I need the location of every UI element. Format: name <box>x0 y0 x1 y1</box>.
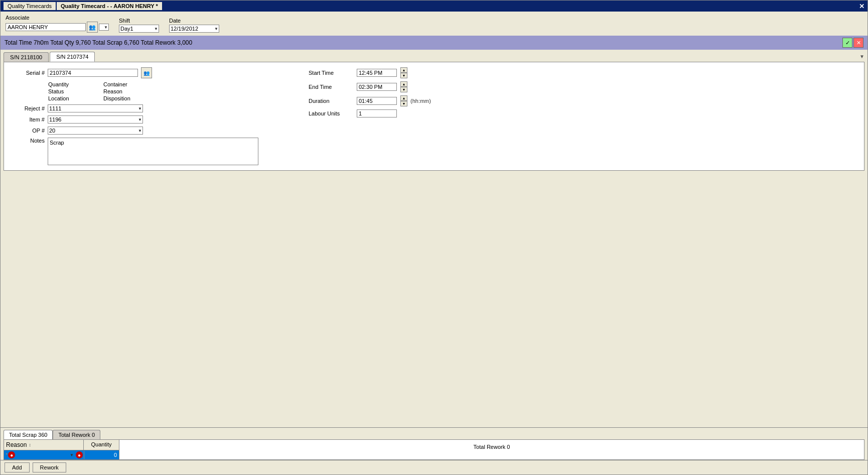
start-time-spinner: ▲ ▼ <box>400 67 407 78</box>
start-time-row: Start Time ▲ ▼ <box>309 67 431 78</box>
associate-row: 👥 <box>6 22 109 33</box>
form-right: Start Time ▲ ▼ End Time ▲ <box>309 67 431 165</box>
disposition-meta-label: Disposition <box>103 95 159 101</box>
reason-sort-icon[interactable]: ↕ <box>29 442 31 447</box>
start-time-input[interactable] <box>357 69 397 77</box>
tab-total-rework[interactable]: Total Rework 0 <box>53 430 100 439</box>
form-two-col: Serial # 👥 Quantity Container Status Rea… <box>12 67 856 165</box>
end-time-label: End Time <box>309 84 354 90</box>
location-meta-label: Location <box>48 95 103 101</box>
date-label: Date <box>169 18 219 24</box>
start-time-label: Start Time <box>309 70 354 76</box>
item-label: Item # <box>12 116 45 123</box>
main-window: Quality Timecards Quality Timecard - - A… <box>0 0 868 475</box>
notes-label: Notes <box>12 138 45 144</box>
scrap-section: Reason ↕ Quantity * ● <box>4 440 119 459</box>
notes-textarea[interactable]: Scrap <box>48 138 258 165</box>
bottom-tabs: Total Scrap 360 Total Rework 0 <box>1 428 867 439</box>
table-row[interactable]: * ● ● <box>4 450 119 459</box>
hhmm-label: (hh:mm) <box>410 98 431 104</box>
quantity-cell <box>84 451 119 459</box>
start-time-down[interactable]: ▼ <box>400 73 407 78</box>
tab-total-scrap[interactable]: Total Scrap 360 <box>4 430 53 439</box>
title-bar: Quality Timecards Quality Timecard - - A… <box>1 1 867 12</box>
op-row: OP # 20 <box>12 127 258 135</box>
tab-sn-2107374[interactable]: S/N 2107374 <box>50 52 95 62</box>
associate-search-button[interactable]: 👥 <box>87 22 98 33</box>
middle-spacer <box>1 171 867 427</box>
summary-actions: ✓ ✕ <box>842 38 863 48</box>
cancel-button[interactable]: ✕ <box>853 38 863 48</box>
summary-bar: Total Time 7h0m Total Qty 9,760 Total Sc… <box>1 36 867 50</box>
container-meta-label: Container <box>103 81 159 87</box>
tab-quality-timecards[interactable]: Quality Timecards <box>4 2 56 10</box>
labour-units-input[interactable] <box>357 109 397 117</box>
bottom-content: Reason ↕ Quantity * ● <box>4 439 864 460</box>
reject-label: Reject # <box>12 105 45 111</box>
end-time-row: End Time ▲ ▼ <box>309 81 431 92</box>
reject-row: Reject # 1111 <box>12 104 258 112</box>
tab-sn-2118100[interactable]: S/N 2118100 <box>4 52 49 62</box>
scrap-table-body: * ● ● <box>4 450 119 459</box>
form-left: Serial # 👥 Quantity Container Status Rea… <box>12 67 258 165</box>
date-select[interactable]: 12/19/2012 <box>169 25 219 33</box>
shift-label: Shift <box>119 18 159 24</box>
end-time-down[interactable]: ▼ <box>400 87 407 92</box>
rework-section: Total Rework 0 <box>119 440 864 459</box>
qty-error-icon: ● <box>76 451 83 458</box>
serial-label: Serial # <box>12 70 45 76</box>
reject-select[interactable]: 1111 <box>48 104 143 112</box>
quantity-input[interactable] <box>84 451 119 459</box>
add-button[interactable]: Add <box>5 462 30 472</box>
serial-input[interactable] <box>48 69 138 77</box>
duration-up[interactable]: ▲ <box>400 95 407 101</box>
scrap-table-header: Reason ↕ Quantity <box>4 440 119 450</box>
save-button[interactable]: ✓ <box>842 38 852 48</box>
duration-label: Duration <box>309 98 354 104</box>
serial-tab-row: S/N 2118100 S/N 2107374 ▼ <box>1 50 867 62</box>
duration-input[interactable] <box>357 97 397 105</box>
quantity-meta-label: Quantity <box>48 81 103 87</box>
people-icon: 👥 <box>89 24 96 31</box>
end-time-input[interactable] <box>357 83 397 91</box>
asterisk-icon: * <box>6 452 8 458</box>
item-row: Item # 1196 <box>12 115 258 124</box>
shift-field-group: Shift Day1 <box>119 18 159 33</box>
top-form: Associate 👥 Shift Day1 <box>1 12 867 36</box>
footer-bar: Add Rework <box>1 460 867 474</box>
serial-row: Serial # 👥 <box>12 67 258 78</box>
tab-scroll-arrow[interactable]: ▼ <box>859 54 864 59</box>
start-time-up[interactable]: ▲ <box>400 67 407 73</box>
labour-units-row: Labour Units <box>309 109 431 117</box>
bottom-panel: Total Scrap 360 Total Rework 0 Reason ↕ … <box>1 427 867 460</box>
tab-quality-timecard-active[interactable]: Quality Timecard - - AARON HENRY * <box>57 2 162 10</box>
duration-spinner: ▲ ▼ <box>400 95 407 106</box>
delete-icon[interactable]: ● <box>8 451 15 458</box>
reason-select[interactable] <box>17 451 62 458</box>
title-tabs: Quality Timecards Quality Timecard - - A… <box>4 1 162 12</box>
window-close-button[interactable]: ✕ <box>859 3 864 10</box>
labour-units-label: Labour Units <box>309 110 354 116</box>
end-time-up[interactable]: ▲ <box>400 81 407 87</box>
op-label: OP # <box>12 128 45 134</box>
associate-dropdown[interactable] <box>99 24 109 31</box>
associate-input[interactable] <box>6 23 86 31</box>
row-icons: * ● <box>4 450 17 459</box>
duration-down[interactable]: ▼ <box>400 101 407 106</box>
item-select[interactable]: 1196 <box>48 115 143 124</box>
op-select[interactable]: 20 <box>48 127 143 135</box>
associate-field-group: Associate 👥 <box>6 15 109 33</box>
notes-area: Notes Scrap <box>12 138 258 165</box>
rework-button[interactable]: Rework <box>33 462 66 472</box>
serial-search-icon: 👥 <box>143 70 150 76</box>
serial-search-button[interactable]: 👥 <box>141 67 152 78</box>
end-time-spinner: ▲ ▼ <box>400 81 407 92</box>
reason-meta-label: Reason <box>103 88 159 94</box>
reason-cell <box>17 451 75 458</box>
associate-label: Associate <box>6 15 109 21</box>
reason-header-label: Reason <box>6 441 27 448</box>
content-area: Associate 👥 Shift Day1 <box>1 12 867 474</box>
duration-row: Duration ▲ ▼ (hh:mm) <box>309 95 431 106</box>
status-meta-label: Status <box>48 88 103 94</box>
shift-select[interactable]: Day1 <box>119 25 159 33</box>
